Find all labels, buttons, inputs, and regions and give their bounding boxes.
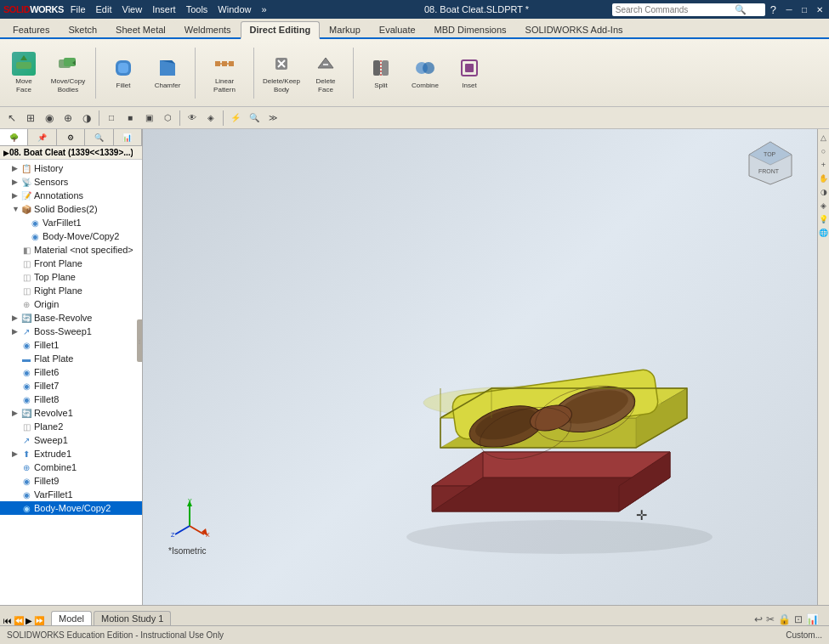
expand-arrow[interactable]: ▶ <box>3 149 9 157</box>
tree-item-revolve1[interactable]: ▶ 🔄 Revolve1 <box>0 406 142 420</box>
tree-item-varfillet1[interactable]: ◉ VarFillet1 <box>0 216 142 229</box>
tab-features[interactable]: Features <box>3 21 59 37</box>
rp-scenes[interactable]: 🌐 <box>819 228 829 238</box>
tree-item-flat-plate[interactable]: ▬ Flat Plate <box>0 352 142 365</box>
tree-item-boss-sweep1[interactable]: ▶ ↗ Boss-Sweep1 <box>0 325 142 338</box>
sidebar-tab-feature[interactable]: 🌳 <box>0 129 28 145</box>
tree-item-fillet6[interactable]: ◉ Fillet6 <box>0 365 142 379</box>
close-button[interactable]: ✕ <box>814 3 826 15</box>
delete-face-button[interactable]: DeleteFace <box>305 50 346 95</box>
tab-sketch[interactable]: Sketch <box>59 21 106 37</box>
motion-btn5[interactable]: 📊 <box>806 613 819 625</box>
delete-keep-button[interactable]: Delete/KeepBody <box>261 50 302 95</box>
rp-section[interactable]: ◑ <box>819 187 829 197</box>
tb-component-btn[interactable]: ◈ <box>202 110 219 127</box>
tree-item-extrude1[interactable]: ▶ ⬆ Extrude1 <box>0 447 142 460</box>
tree-item-right-plane[interactable]: ◫ Right Plane <box>0 284 142 297</box>
search-input[interactable] <box>616 5 735 14</box>
tree-item-body-move-copy2b[interactable]: ◉ Body-Move/Copy2 <box>0 501 142 515</box>
tb-perspective-btn[interactable]: ⬡ <box>159 110 176 127</box>
tree-item-fillet8[interactable]: ◉ Fillet8 <box>0 393 142 406</box>
rp-rotate[interactable]: ○ <box>819 146 829 156</box>
tree-item-sensors[interactable]: ▶ 📡 Sensors <box>0 175 142 189</box>
menu-extra[interactable]: » <box>261 4 266 14</box>
sidebar-tab-display[interactable]: 📊 <box>114 129 142 145</box>
tb-view-btn[interactable]: ◉ <box>41 110 58 127</box>
tb-wireframe-btn[interactable]: □ <box>103 110 120 127</box>
rp-appearance[interactable]: ◈ <box>819 201 829 211</box>
menu-file[interactable]: File <box>71 4 86 14</box>
combine-button[interactable]: Combine <box>405 54 446 91</box>
inset-button[interactable]: Inset <box>449 54 490 91</box>
tree-item-solid-bodies[interactable]: ▼ 📦 Solid Bodies(2) <box>0 202 142 216</box>
sidebar-tab-property[interactable]: 📌 <box>28 129 56 145</box>
bottom-tab-model[interactable]: Model <box>51 611 92 625</box>
tree-item-fillet7[interactable]: ◉ Fillet7 <box>0 379 142 393</box>
sidebar-tab-config[interactable]: ⚙ <box>57 129 85 145</box>
tb-section-btn[interactable]: ◑ <box>78 110 95 127</box>
viewport[interactable]: Y X Z *Isometric ✛ TOP FRONT <box>143 129 817 605</box>
nav-prev-prev[interactable]: ⏮ <box>3 616 12 625</box>
sidebar-resize-handle[interactable]: ⋮ <box>137 319 142 362</box>
nav-prev[interactable]: ⏪ <box>14 616 24 625</box>
tree-item-combine1[interactable]: ⊕ Combine1 <box>0 460 142 474</box>
tree-item-sweep1[interactable]: ↗ Sweep1 <box>0 433 142 447</box>
rp-lighting[interactable]: 💡 <box>819 214 829 224</box>
bottom-tab-motion[interactable]: Motion Study 1 <box>94 611 171 625</box>
rp-zoom[interactable]: + <box>819 160 829 170</box>
motion-btn3[interactable]: 🔒 <box>778 613 791 625</box>
sidebar-tab-dimxpert[interactable]: 🔍 <box>85 129 113 145</box>
tree-item-origin[interactable]: ⊕ Origin <box>0 297 142 311</box>
tree-item-varfillet1b[interactable]: ◉ VarFillet1 <box>0 488 142 501</box>
status-custom[interactable]: Custom... <box>786 630 822 640</box>
menu-view[interactable]: View <box>122 4 143 14</box>
tree-item-body-move-copy2[interactable]: ◉ Body-Move/Copy2 <box>0 229 142 243</box>
rp-view-orientation[interactable]: △ <box>819 133 829 143</box>
tree-item-history[interactable]: ▶ 📋 History <box>0 161 142 175</box>
linear-pattern-button[interactable]: Linear Pattern <box>202 50 247 95</box>
tb-zoom-btn[interactable]: 🔍 <box>246 110 263 127</box>
tree-item-base-revolve[interactable]: ▶ 🔄 Base-Revolve <box>0 311 142 325</box>
motion-btn1[interactable]: ↩ <box>754 613 763 625</box>
tb-shaded-btn[interactable]: ■ <box>122 110 139 127</box>
tb-more-btn[interactable]: ≫ <box>264 110 281 127</box>
tab-evaluate[interactable]: Evaluate <box>370 21 425 37</box>
tree-item-fillet1[interactable]: ◉ Fillet1 <box>0 338 142 352</box>
tb-rapid-btn[interactable]: ⚡ <box>227 110 244 127</box>
tab-addins[interactable]: SOLIDWORKS Add-Ins <box>516 21 633 37</box>
tb-select-btn[interactable]: ↖ <box>3 110 20 127</box>
tree-item-material[interactable]: ◧ Material <not specified> <box>0 243 142 257</box>
tab-direct-editing[interactable]: Direct Editing <box>241 21 321 39</box>
nav-next[interactable]: ⏩ <box>34 616 44 625</box>
move-copy-button[interactable]: Move/CopyBodies <box>48 50 88 95</box>
restore-button[interactable]: □ <box>798 3 810 15</box>
motion-btn2[interactable]: ✂ <box>766 613 775 625</box>
tree-item-annotations[interactable]: ▶ 📝 Annotations <box>0 189 142 202</box>
tree-item-fillet9[interactable]: ◉ Fillet9 <box>0 474 142 488</box>
tb-orient-btn[interactable]: ⊕ <box>60 110 77 127</box>
tb-hide-btn[interactable]: 👁 <box>184 110 201 127</box>
menu-tools[interactable]: Tools <box>186 4 208 14</box>
menu-edit[interactable]: Edit <box>96 4 112 14</box>
tab-weldments[interactable]: Weldments <box>175 21 241 37</box>
search-dropdown[interactable]: ▼ <box>747 5 754 14</box>
search-icon[interactable]: 🔍 <box>735 4 747 15</box>
menu-insert[interactable]: Insert <box>152 4 176 14</box>
tb-grid-btn[interactable]: ⊞ <box>22 110 39 127</box>
tab-sheet-metal[interactable]: Sheet Metal <box>106 21 175 37</box>
view-cube[interactable]: TOP FRONT <box>745 138 796 189</box>
tb-shade-edge-btn[interactable]: ▣ <box>140 110 157 127</box>
minimize-button[interactable]: ─ <box>783 3 795 15</box>
nav-play[interactable]: ▶ <box>26 616 32 625</box>
tree-item-plane2[interactable]: ◫ Plane2 <box>0 420 142 433</box>
tab-mbd[interactable]: MBD Dimensions <box>425 21 516 37</box>
menu-window[interactable]: Window <box>218 4 251 14</box>
motion-btn4[interactable]: ⊡ <box>794 613 803 625</box>
move-face-button[interactable]: MoveFace <box>3 50 44 95</box>
fillet-button[interactable]: Fillet <box>103 54 144 91</box>
tab-markup[interactable]: Markup <box>320 21 370 37</box>
split-button[interactable]: Split <box>361 54 401 91</box>
rp-pan[interactable]: ✋ <box>819 173 829 184</box>
chamfer-button[interactable]: Chamfer <box>147 54 188 91</box>
help-icon[interactable]: ? <box>770 3 776 16</box>
